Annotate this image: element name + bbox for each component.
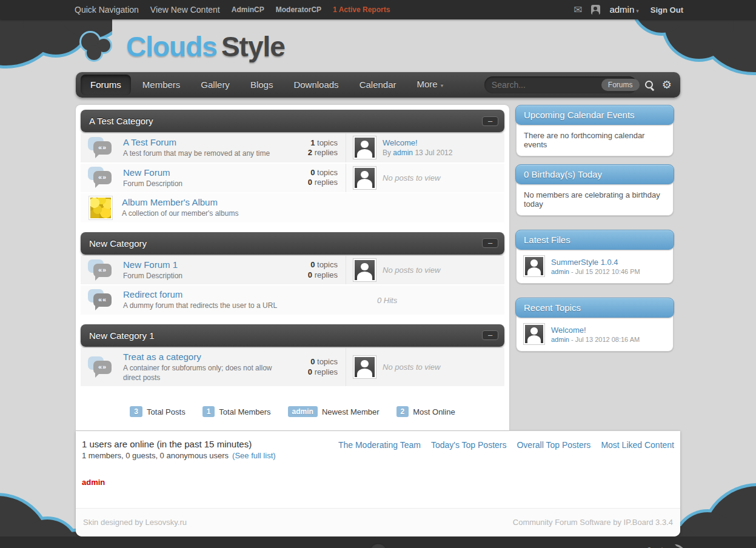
avatar <box>353 167 376 189</box>
forum-icon: «» <box>88 166 116 189</box>
stat-badge: 2 <box>396 406 409 417</box>
collapse-button[interactable]: – <box>482 238 498 248</box>
stat-badge[interactable]: admin <box>288 406 318 417</box>
forum-link[interactable]: New Forum <box>123 167 170 178</box>
category-new-category: New Category – «» New Forum 1 Forum Desc… <box>81 232 504 316</box>
tab-downloads[interactable]: Downloads <box>283 72 349 98</box>
profile-icon[interactable] <box>591 5 600 15</box>
back-to-top-button[interactable]: ▲ <box>370 543 387 548</box>
board-statistics: 3Total Posts 1Total Members adminNewest … <box>81 396 504 430</box>
software-credit[interactable]: Community Forum Software by IP.Board 3.3… <box>513 518 673 527</box>
stat-total-posts: 3Total Posts <box>130 406 185 417</box>
widget-body: Welcome! admin - Jul 13 2012 08:16 AM <box>516 315 674 352</box>
file-link[interactable]: SummerStyle 1.0.4 <box>551 258 640 267</box>
last-post-cell: No posts to view <box>346 348 504 386</box>
logo-word-clouds: Clouds <box>126 31 217 62</box>
chevron-down-icon: ▾ <box>441 82 444 89</box>
collapse-button[interactable]: – <box>482 116 498 126</box>
category-title: New Category <box>89 238 147 249</box>
forum-icon: «» <box>88 259 116 282</box>
forum-description: A test forum that may be removed at any … <box>123 149 284 159</box>
forum-row-new-forum: «» New Forum Forum Description 0 topics … <box>81 164 504 194</box>
tab-calendar[interactable]: Calendar <box>349 72 407 98</box>
community-links: The Moderating Team Today's Top Posters … <box>338 439 674 460</box>
twitter-icon[interactable]: t <box>660 546 664 548</box>
forum-row-new-forum-1: «» New Forum 1 Forum Description 0 topic… <box>81 256 504 286</box>
site-logo[interactable]: CloudsStyle <box>76 26 680 72</box>
category-new-category-1: New Category 1 – «» Treat as a category … <box>81 324 504 387</box>
category-title: A Test Category <box>89 116 153 126</box>
tab-gallery[interactable]: Gallery <box>190 72 240 98</box>
calendar-events-widget: Upcoming Calendar Events There are no fo… <box>515 105 674 156</box>
see-full-list-link[interactable]: (See full list) <box>232 451 276 460</box>
tab-forums[interactable]: Forums <box>81 75 131 95</box>
category-a-test-category: A Test Category – «» A Test Forum A test… <box>81 110 504 224</box>
tab-members[interactable]: Members <box>132 72 191 98</box>
birthdays-widget: 0 Birthday(s) Today No members are celeb… <box>515 164 674 216</box>
forum-stats: 0 topics 0 replies <box>290 168 346 188</box>
online-member-link[interactable]: admin <box>82 478 105 487</box>
admincp-link[interactable]: AdminCP <box>232 5 264 14</box>
last-post-link[interactable]: Welcome! <box>383 138 452 147</box>
overall-top-posters-link[interactable]: Overall Top Posters <box>517 440 590 460</box>
recent-topics-widget: Recent Topics Welcome! admin - Jul 13 20… <box>515 298 674 352</box>
avatar[interactable] <box>353 136 376 159</box>
no-posts-text: No posts to view <box>383 173 440 182</box>
last-post-cell: Welcome! By admin 13 Jul 2012 <box>346 133 504 162</box>
author-link[interactable]: admin <box>551 268 569 275</box>
todays-top-posters-link[interactable]: Today's Top Posters <box>431 440 507 460</box>
author-link[interactable]: admin <box>393 149 413 157</box>
category-header: New Category – <box>81 232 504 255</box>
forum-row-treat-as-category: «» Treat as a category A container for s… <box>81 348 504 387</box>
stat-total-members: 1Total Members <box>202 406 271 417</box>
quick-navigation-link[interactable]: Quick Navigation <box>75 5 139 15</box>
forum-link[interactable]: New Forum 1 <box>123 259 178 270</box>
forum-link[interactable]: Redirect forum <box>123 289 182 299</box>
search-scope-selector[interactable]: Forums <box>601 79 640 91</box>
widget-title: Latest Files <box>515 230 674 250</box>
stat-newest-member: adminNewest Member <box>288 406 380 417</box>
album-link[interactable]: Album Member's Album <box>122 197 218 207</box>
tab-blogs[interactable]: Blogs <box>240 72 284 98</box>
author-link[interactable]: admin <box>551 336 569 343</box>
top-bar: Quick Navigation View New Content AdminC… <box>0 0 756 19</box>
online-count: 1 users are online (in the past 15 minut… <box>82 439 276 449</box>
moderating-team-link[interactable]: The Moderating Team <box>338 440 421 460</box>
widget-title: Upcoming Calendar Events <box>515 105 674 125</box>
gear-icon[interactable]: ⚙ <box>662 79 672 90</box>
forum-link[interactable]: A Test Forum <box>123 137 176 147</box>
online-users-panel: 1 users are online (in the past 15 minut… <box>76 430 680 536</box>
view-new-content-link[interactable]: View New Content <box>150 5 220 15</box>
most-liked-content-link[interactable]: Most Liked Content <box>601 440 674 460</box>
forum-row-a-test-forum: «» A Test Forum A test forum that may be… <box>81 133 504 164</box>
last-post-cell: No posts to view <box>346 164 504 193</box>
avatar <box>524 256 544 276</box>
forum-link[interactable]: Treat as a category <box>123 352 201 362</box>
sign-out-link[interactable]: Sign Out <box>651 5 683 15</box>
active-reports-link[interactable]: 1 Active Reports <box>333 5 390 14</box>
content-footer: Skin designed by Lesovsky.ru Community F… <box>76 508 680 536</box>
search-input[interactable] <box>492 80 601 90</box>
search-box: Forums <box>484 76 637 93</box>
tab-more[interactable]: More▾ <box>407 72 454 98</box>
moderatorcp-link[interactable]: ModeratorCP <box>276 5 321 14</box>
forum-stats: 0 topics 0 replies <box>290 260 346 280</box>
topic-link[interactable]: Welcome! <box>551 326 640 335</box>
topic-item: Welcome! admin - Jul 13 2012 08:16 AM <box>524 324 666 344</box>
forum-row-redirect: «« Redirect forum A dummy forum that red… <box>81 286 504 316</box>
collapse-button[interactable]: – <box>482 330 498 340</box>
widget-body: SummerStyle 1.0.4 admin - Jul 15 2012 10… <box>516 247 674 284</box>
no-posts-text: No posts to view <box>383 266 440 275</box>
last-post-cell: No posts to view <box>346 256 504 285</box>
logo-word-style: Style <box>221 31 285 62</box>
avatar <box>353 259 376 281</box>
widget-body: There are no forthcoming calendar events <box>516 122 674 156</box>
widget-body: No members are celebrating a birthday to… <box>516 182 674 216</box>
facebook-icon[interactable]: f <box>646 546 650 548</box>
skin-credit[interactable]: Skin designed by Lesovsky.ru <box>83 518 187 527</box>
stat-badge: 1 <box>202 406 215 417</box>
widget-title: 0 Birthday(s) Today <box>515 164 674 184</box>
search-icon[interactable] <box>644 80 655 90</box>
messages-icon[interactable]: ✉ <box>574 5 582 15</box>
username-menu[interactable]: admin▾ <box>609 4 638 15</box>
